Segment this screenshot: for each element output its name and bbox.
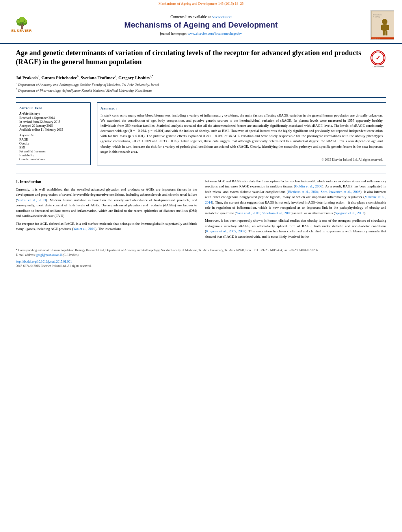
author-2: Guram Pichchadze (41, 75, 77, 80)
article-title-section: Age and genetic determinants of variatio… (16, 48, 386, 71)
crossmark-badge-container: ✓ CrossMark (370, 50, 386, 68)
journal-cover: Mechanisms of Ageing ELSEVIER (370, 10, 394, 40)
page: Mechanisms of Ageing and Development 145… (0, 0, 402, 532)
body-right-col: between AGE and RAGE stimulate the trans… (205, 179, 386, 242)
footnote-area: * Corresponding author at: Human Populat… (16, 246, 386, 268)
journal-center: Contents lists available at ScienceDirec… (35, 15, 367, 35)
ref-vistoli[interactable]: Vistoli et al., 2013 (17, 198, 46, 202)
section-title: Introduction (20, 180, 41, 184)
doi-text[interactable]: http://dx.doi.org/10.1016/j.mad.2015.01.… (16, 260, 72, 263)
section-1-heading: 1. Introduction (16, 179, 197, 185)
keyword-6: Genetic correlations (19, 158, 87, 161)
issn-text: 0047-6374/© 2015 Elsevier Ireland Ltd. A… (16, 264, 91, 268)
email-line: E-mail address: gregl@post.tau.ac.il (G.… (16, 253, 386, 257)
article-info-box: Article Info Article history: Received 4… (16, 102, 91, 165)
keyword-4: Fat and fat free mass (19, 150, 87, 153)
sciencedirect-link[interactable]: ScienceDirect (212, 15, 231, 19)
intro-para-2: The receptor for AGE, defined as RAGE, i… (16, 221, 197, 232)
author-4-sup: a,* (150, 74, 154, 78)
svg-rect-6 (381, 25, 383, 30)
homepage-label: journal homepage: (160, 32, 186, 35)
keyword-5: Heritability (19, 154, 87, 157)
elsevier-tree-icon: 🌳 (8, 18, 35, 29)
svg-rect-7 (387, 25, 389, 30)
ref-yan[interactable]: Yan et al., 2010 (73, 227, 95, 231)
email-suffix: (G. Livshits). (62, 253, 79, 257)
ref-goldin[interactable]: Goldin et al., 2006 (295, 184, 322, 188)
history-label: Article history: (19, 111, 87, 115)
author-1-sup: a (38, 74, 39, 78)
corresponding-text: * Corresponding author at: Human Populat… (16, 248, 319, 252)
divider-2 (16, 174, 386, 174)
accepted-date: Accepted 29 January 2015 (19, 124, 87, 128)
crossmark-icon[interactable]: ✓ (370, 50, 385, 65)
issn-line: 0047-6374/© 2015 Elsevier Ireland Ltd. A… (16, 264, 386, 268)
body-columns: 1. Introduction Currently, it is well es… (16, 179, 386, 242)
received-date: Received 4 September 2014 (19, 116, 87, 120)
corresponding-author-note: * Corresponding author at: Human Populat… (16, 248, 386, 252)
author-1: Jai Prakash (16, 75, 38, 80)
homepage-url[interactable]: www.elsevier.com/locate/mechagedev (188, 32, 242, 35)
article-info-title: Article Info (19, 106, 87, 110)
abstract-text: In stark contrast to many other blood bi… (100, 113, 383, 154)
abstract-box: Abstract In stark contrast to many other… (97, 102, 386, 165)
author-3: Svetlana Trofimov (81, 75, 115, 80)
keywords-label: Keywords: (19, 133, 87, 137)
author-3-sup: a (115, 74, 116, 78)
right-column: Abstract In stark contrast to many other… (97, 102, 386, 169)
author-2-sup: b (77, 74, 78, 78)
revised-date: In revised form 22 January 2015 (19, 120, 87, 124)
keyword-3: BMI (19, 146, 87, 149)
available-date: Available online 11 February 2015 (19, 128, 87, 132)
svg-text:ELSEVIER: ELSEVIER (372, 38, 380, 40)
email-link[interactable]: gregl@post.tau.ac.il (36, 253, 61, 257)
svg-point-4 (382, 19, 387, 24)
ref-matrone[interactable]: Matrone et al., 2014 (205, 195, 386, 204)
author-4: Gregory Livshits (118, 75, 150, 80)
divider-1 (16, 97, 386, 98)
info-abstract-columns: Article Info Article history: Received 4… (16, 102, 386, 169)
authors-line: Jai Prakasha, Guram Pichchadzeb, Svetlan… (16, 74, 386, 80)
intro-para-1: Currently, it is well established that t… (16, 187, 197, 219)
intro-para-4: Moreover, it has been repeatedly shown i… (205, 218, 386, 239)
affiliation-a-text: Department of Anatomy and Anthropology, … (18, 83, 159, 87)
top-bar-text: Mechanisms of Ageing and Development 145… (158, 2, 244, 6)
keyword-2: Obesity (19, 142, 87, 145)
ref-spagnoli[interactable]: Spagnoli et al., 2007 (335, 211, 364, 215)
detected-and-text: and (262, 235, 267, 239)
section-number: 1. (16, 180, 19, 184)
affiliation-a: a Department of Anatomy and Anthropology… (16, 82, 386, 87)
email-label: E-mail address: (16, 253, 35, 257)
keyword-1: RAGE (19, 138, 87, 141)
contents-text: Contents lists available at (170, 15, 210, 19)
svg-rect-8 (383, 31, 385, 35)
top-bar: Mechanisms of Ageing and Development 145… (0, 0, 402, 7)
contents-label: Contents lists available at ScienceDirec… (35, 15, 367, 19)
svg-text:✓: ✓ (376, 54, 381, 61)
svg-text:of Ageing: of Ageing (373, 16, 380, 18)
keywords-list: RAGE Obesity BMI Fat and fat free mass H… (19, 138, 87, 161)
doi-line: http://dx.doi.org/10.1016/j.mad.2015.01.… (16, 260, 386, 263)
main-content: Age and genetic determinants of variatio… (0, 44, 402, 272)
ref-bierhaus[interactable]: Bierhaus et al., 2004; Soro-Paavonen et … (288, 190, 360, 194)
abstract-copyright: © 2015 Elsevier Ireland Ltd. All rights … (100, 158, 383, 162)
intro-para-3: between AGE and RAGE stimulate the trans… (205, 179, 386, 216)
elsevier-logo: 🌳 ELSEVIER (8, 18, 35, 33)
crossmark-label: CrossMark (370, 65, 386, 68)
journal-cover-image: Mechanisms of Ageing ELSEVIER (370, 10, 394, 40)
body-left-col: 1. Introduction Currently, it is well es… (16, 179, 197, 242)
ref-koyama[interactable]: Koyama et al., 2005, 2007 (206, 229, 245, 233)
journal-header: 🌳 ELSEVIER Contents lists available at S… (0, 7, 402, 44)
homepage-line: journal homepage: www.elsevier.com/locat… (35, 31, 367, 35)
elsevier-brand-text: ELSEVIER (8, 29, 35, 33)
affiliations: a Department of Anatomy and Anthropology… (16, 82, 386, 93)
left-column: Article Info Article history: Received 4… (16, 102, 91, 169)
ref-yuan[interactable]: Yuan et al., 2001; Shoelson et al., 2006 (236, 211, 291, 215)
abstract-title: Abstract (100, 106, 383, 111)
affiliation-b: b Department of Pharmacology, Asfendiyar… (16, 87, 386, 93)
journal-title: Mechanisms of Ageing and Development (35, 20, 367, 30)
svg-rect-9 (385, 31, 387, 35)
article-title: Age and genetic determinants of variatio… (16, 48, 367, 67)
affiliation-b-text: Department of Pharmacology, Asfendiyarov… (18, 89, 152, 93)
